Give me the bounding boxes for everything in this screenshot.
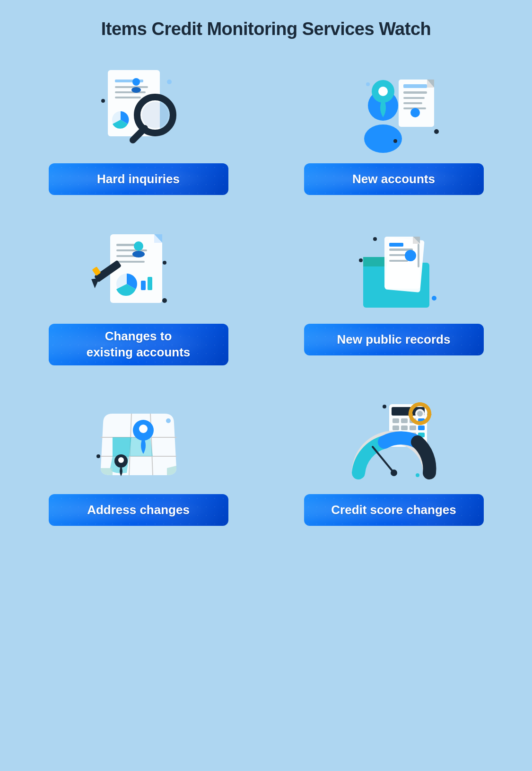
svg-rect-24 xyxy=(403,84,427,88)
illustration-address-changes xyxy=(87,394,191,488)
label-hard-inquiries: Hard inquiries xyxy=(49,163,228,195)
svg-rect-74 xyxy=(401,418,408,423)
illustration-hard-inquiries xyxy=(87,63,191,158)
page-title: Items Credit Monitoring Services Watch xyxy=(101,19,431,39)
svg-point-6 xyxy=(131,87,141,93)
svg-point-12 xyxy=(167,80,172,84)
svg-point-36 xyxy=(134,241,143,251)
svg-rect-21 xyxy=(403,97,425,99)
svg-point-98 xyxy=(391,470,397,476)
card-hard-inquiries: Hard inquiries xyxy=(30,63,247,195)
svg-rect-35 xyxy=(116,261,145,263)
svg-rect-90 xyxy=(418,402,422,406)
svg-rect-39 xyxy=(141,281,146,290)
label-new-accounts: New accounts xyxy=(304,163,484,195)
svg-rect-57 xyxy=(418,244,419,267)
svg-point-45 xyxy=(162,298,167,303)
card-address-changes: Address changes xyxy=(30,394,247,526)
svg-rect-77 xyxy=(392,425,399,430)
illustration-changes-existing xyxy=(87,223,191,318)
svg-point-27 xyxy=(434,129,439,134)
svg-point-28 xyxy=(366,82,370,86)
svg-line-97 xyxy=(373,447,394,473)
items-grid: Hard inquiries xyxy=(30,63,503,526)
svg-point-56 xyxy=(405,250,416,261)
illustration-new-public-records xyxy=(342,223,446,318)
svg-rect-91 xyxy=(418,421,422,425)
svg-point-66 xyxy=(139,425,148,433)
svg-rect-4 xyxy=(115,97,141,98)
svg-point-9 xyxy=(142,102,168,128)
svg-point-89 xyxy=(417,411,423,417)
label-changes-existing: Changes to existing accounts xyxy=(49,324,228,365)
svg-rect-79 xyxy=(410,425,416,430)
svg-point-68 xyxy=(118,457,124,463)
svg-rect-40 xyxy=(148,277,152,290)
svg-point-70 xyxy=(166,418,171,423)
svg-point-5 xyxy=(132,78,140,86)
svg-rect-80 xyxy=(418,425,425,430)
svg-point-44 xyxy=(163,261,166,265)
label-address-changes: Address changes xyxy=(49,494,228,526)
svg-rect-22 xyxy=(403,102,422,104)
svg-point-69 xyxy=(96,454,100,458)
svg-point-99 xyxy=(416,473,419,477)
label-credit-score-changes: Credit score changes xyxy=(304,494,484,526)
svg-rect-2 xyxy=(115,86,148,88)
illustration-new-accounts xyxy=(342,63,446,158)
card-new-public-records: New public records xyxy=(285,223,503,365)
svg-rect-54 xyxy=(389,260,408,262)
svg-point-37 xyxy=(132,251,145,257)
svg-rect-55 xyxy=(389,243,403,247)
svg-rect-20 xyxy=(403,91,427,94)
svg-rect-78 xyxy=(401,425,408,430)
svg-rect-73 xyxy=(392,418,399,423)
svg-point-60 xyxy=(373,237,377,241)
svg-point-16 xyxy=(378,87,388,96)
illustration-credit-score-changes xyxy=(342,394,446,488)
svg-point-59 xyxy=(432,296,436,301)
svg-point-26 xyxy=(393,139,397,143)
svg-point-25 xyxy=(410,108,420,117)
card-new-accounts: New accounts xyxy=(285,63,503,195)
svg-point-11 xyxy=(101,99,105,103)
card-credit-score-changes: Credit score changes xyxy=(285,394,503,526)
svg-point-100 xyxy=(383,405,386,408)
svg-rect-3 xyxy=(115,91,146,93)
label-new-public-records: New public records xyxy=(304,324,484,355)
svg-rect-33 xyxy=(116,249,147,251)
card-changes-existing: Changes to existing accounts xyxy=(30,223,247,365)
svg-point-13 xyxy=(364,124,402,153)
svg-point-58 xyxy=(359,258,363,262)
